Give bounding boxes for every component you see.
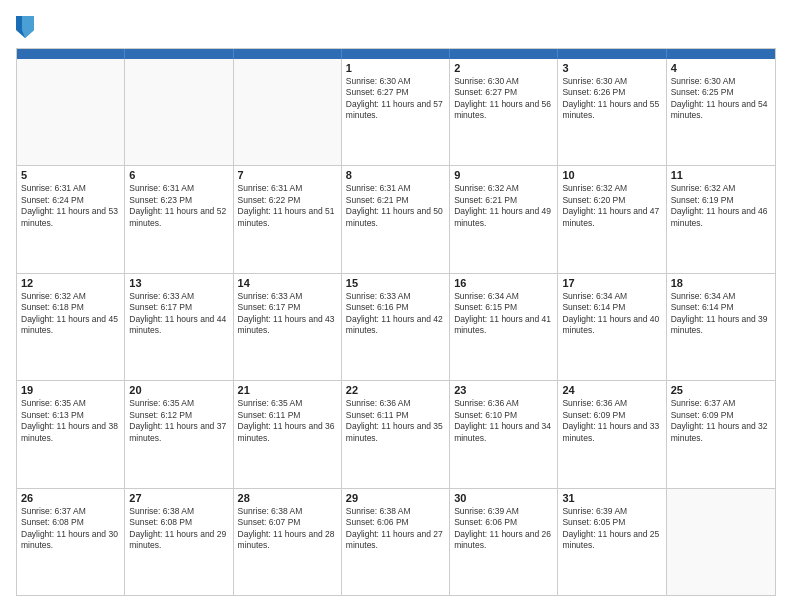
calendar-cell: 29Sunrise: 6:38 AMSunset: 6:06 PMDayligh… [342,489,450,595]
day-number: 1 [346,62,445,74]
header [16,16,776,38]
day-info: Sunrise: 6:34 AMSunset: 6:15 PMDaylight:… [454,291,553,337]
header-wednesday [342,49,450,59]
day-info: Sunrise: 6:31 AMSunset: 6:22 PMDaylight:… [238,183,337,229]
day-number: 16 [454,277,553,289]
day-info: Sunrise: 6:31 AMSunset: 6:24 PMDaylight:… [21,183,120,229]
calendar-row-1: 5Sunrise: 6:31 AMSunset: 6:24 PMDaylight… [17,166,775,273]
calendar-cell: 9Sunrise: 6:32 AMSunset: 6:21 PMDaylight… [450,166,558,272]
header-tuesday [234,49,342,59]
day-number: 3 [562,62,661,74]
calendar-cell: 31Sunrise: 6:39 AMSunset: 6:05 PMDayligh… [558,489,666,595]
day-info: Sunrise: 6:31 AMSunset: 6:23 PMDaylight:… [129,183,228,229]
calendar-cell [125,59,233,165]
day-number: 12 [21,277,120,289]
day-number: 30 [454,492,553,504]
header-sunday [17,49,125,59]
day-number: 9 [454,169,553,181]
day-info: Sunrise: 6:32 AMSunset: 6:19 PMDaylight:… [671,183,771,229]
day-number: 2 [454,62,553,74]
day-number: 17 [562,277,661,289]
day-number: 7 [238,169,337,181]
calendar-cell: 27Sunrise: 6:38 AMSunset: 6:08 PMDayligh… [125,489,233,595]
calendar-cell: 8Sunrise: 6:31 AMSunset: 6:21 PMDaylight… [342,166,450,272]
day-info: Sunrise: 6:37 AMSunset: 6:08 PMDaylight:… [21,506,120,552]
day-info: Sunrise: 6:36 AMSunset: 6:10 PMDaylight:… [454,398,553,444]
day-info: Sunrise: 6:33 AMSunset: 6:17 PMDaylight:… [238,291,337,337]
day-number: 29 [346,492,445,504]
day-number: 4 [671,62,771,74]
calendar-cell: 10Sunrise: 6:32 AMSunset: 6:20 PMDayligh… [558,166,666,272]
day-info: Sunrise: 6:32 AMSunset: 6:20 PMDaylight:… [562,183,661,229]
day-info: Sunrise: 6:37 AMSunset: 6:09 PMDaylight:… [671,398,771,444]
header-friday [558,49,666,59]
day-info: Sunrise: 6:31 AMSunset: 6:21 PMDaylight:… [346,183,445,229]
calendar-cell: 16Sunrise: 6:34 AMSunset: 6:15 PMDayligh… [450,274,558,380]
calendar-cell: 3Sunrise: 6:30 AMSunset: 6:26 PMDaylight… [558,59,666,165]
day-info: Sunrise: 6:33 AMSunset: 6:17 PMDaylight:… [129,291,228,337]
day-number: 23 [454,384,553,396]
calendar-row-4: 26Sunrise: 6:37 AMSunset: 6:08 PMDayligh… [17,489,775,595]
day-info: Sunrise: 6:34 AMSunset: 6:14 PMDaylight:… [671,291,771,337]
day-info: Sunrise: 6:32 AMSunset: 6:18 PMDaylight:… [21,291,120,337]
header-monday [125,49,233,59]
day-number: 6 [129,169,228,181]
calendar-row-2: 12Sunrise: 6:32 AMSunset: 6:18 PMDayligh… [17,274,775,381]
day-number: 10 [562,169,661,181]
calendar-row-0: 1Sunrise: 6:30 AMSunset: 6:27 PMDaylight… [17,59,775,166]
day-number: 13 [129,277,228,289]
day-info: Sunrise: 6:38 AMSunset: 6:06 PMDaylight:… [346,506,445,552]
page: 1Sunrise: 6:30 AMSunset: 6:27 PMDaylight… [0,0,792,612]
calendar: 1Sunrise: 6:30 AMSunset: 6:27 PMDaylight… [16,48,776,596]
day-number: 11 [671,169,771,181]
day-info: Sunrise: 6:32 AMSunset: 6:21 PMDaylight:… [454,183,553,229]
day-number: 27 [129,492,228,504]
day-info: Sunrise: 6:35 AMSunset: 6:12 PMDaylight:… [129,398,228,444]
calendar-cell: 13Sunrise: 6:33 AMSunset: 6:17 PMDayligh… [125,274,233,380]
day-info: Sunrise: 6:30 AMSunset: 6:27 PMDaylight:… [454,76,553,122]
calendar-cell: 20Sunrise: 6:35 AMSunset: 6:12 PMDayligh… [125,381,233,487]
day-info: Sunrise: 6:38 AMSunset: 6:07 PMDaylight:… [238,506,337,552]
calendar-cell: 5Sunrise: 6:31 AMSunset: 6:24 PMDaylight… [17,166,125,272]
day-info: Sunrise: 6:39 AMSunset: 6:06 PMDaylight:… [454,506,553,552]
day-info: Sunrise: 6:35 AMSunset: 6:13 PMDaylight:… [21,398,120,444]
calendar-cell [234,59,342,165]
day-number: 18 [671,277,771,289]
calendar-cell: 15Sunrise: 6:33 AMSunset: 6:16 PMDayligh… [342,274,450,380]
calendar-cell: 11Sunrise: 6:32 AMSunset: 6:19 PMDayligh… [667,166,775,272]
day-number: 26 [21,492,120,504]
calendar-cell: 6Sunrise: 6:31 AMSunset: 6:23 PMDaylight… [125,166,233,272]
calendar-body: 1Sunrise: 6:30 AMSunset: 6:27 PMDaylight… [17,59,775,595]
calendar-cell: 2Sunrise: 6:30 AMSunset: 6:27 PMDaylight… [450,59,558,165]
day-number: 24 [562,384,661,396]
calendar-cell: 14Sunrise: 6:33 AMSunset: 6:17 PMDayligh… [234,274,342,380]
day-info: Sunrise: 6:33 AMSunset: 6:16 PMDaylight:… [346,291,445,337]
day-number: 15 [346,277,445,289]
day-info: Sunrise: 6:38 AMSunset: 6:08 PMDaylight:… [129,506,228,552]
calendar-cell: 12Sunrise: 6:32 AMSunset: 6:18 PMDayligh… [17,274,125,380]
calendar-cell: 23Sunrise: 6:36 AMSunset: 6:10 PMDayligh… [450,381,558,487]
calendar-cell: 19Sunrise: 6:35 AMSunset: 6:13 PMDayligh… [17,381,125,487]
calendar-row-3: 19Sunrise: 6:35 AMSunset: 6:13 PMDayligh… [17,381,775,488]
calendar-cell: 17Sunrise: 6:34 AMSunset: 6:14 PMDayligh… [558,274,666,380]
day-info: Sunrise: 6:30 AMSunset: 6:27 PMDaylight:… [346,76,445,122]
day-number: 31 [562,492,661,504]
calendar-cell [667,489,775,595]
day-info: Sunrise: 6:30 AMSunset: 6:26 PMDaylight:… [562,76,661,122]
logo [16,16,36,38]
calendar-cell: 1Sunrise: 6:30 AMSunset: 6:27 PMDaylight… [342,59,450,165]
calendar-cell: 30Sunrise: 6:39 AMSunset: 6:06 PMDayligh… [450,489,558,595]
logo-icon [16,16,34,38]
svg-marker-1 [22,16,34,38]
calendar-cell: 28Sunrise: 6:38 AMSunset: 6:07 PMDayligh… [234,489,342,595]
day-number: 20 [129,384,228,396]
day-info: Sunrise: 6:35 AMSunset: 6:11 PMDaylight:… [238,398,337,444]
header-saturday [667,49,775,59]
calendar-cell [17,59,125,165]
calendar-cell: 4Sunrise: 6:30 AMSunset: 6:25 PMDaylight… [667,59,775,165]
calendar-cell: 25Sunrise: 6:37 AMSunset: 6:09 PMDayligh… [667,381,775,487]
calendar-cell: 21Sunrise: 6:35 AMSunset: 6:11 PMDayligh… [234,381,342,487]
day-number: 19 [21,384,120,396]
calendar-cell: 24Sunrise: 6:36 AMSunset: 6:09 PMDayligh… [558,381,666,487]
day-info: Sunrise: 6:36 AMSunset: 6:11 PMDaylight:… [346,398,445,444]
